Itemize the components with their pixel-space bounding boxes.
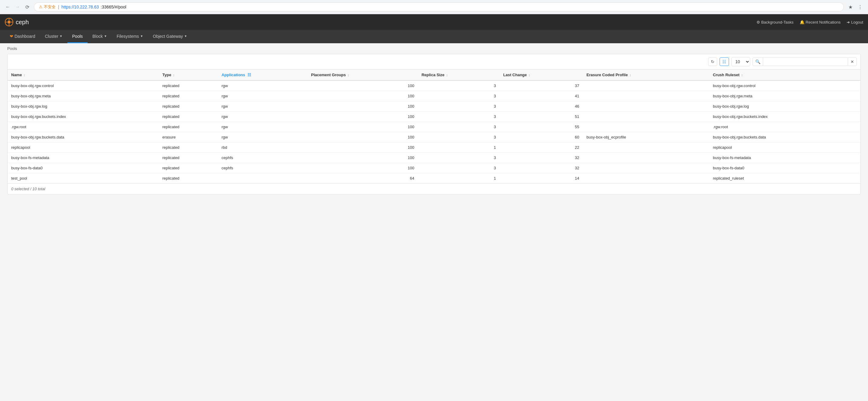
table-row[interactable]: busy-box-obj.rgw.logreplicatedrgw100346b… [7,101,861,112]
table-cell: rgw [218,112,307,122]
applications-filter-icon[interactable]: ☷ [248,73,251,77]
table-cell [218,173,307,183]
table-cell [583,122,709,132]
table-cell: 100 [307,132,418,142]
table-cell: rgw [218,132,307,142]
table-cell: busy-box-obj.rgw.meta [7,91,159,101]
nav-label-cluster: Cluster [45,34,58,39]
table-row[interactable]: test_poolreplicated64114replicated_rules… [7,173,861,183]
app-header: ceph ⚙ Background-Tasks 🔔 Recent Notific… [0,14,868,30]
nav-label-dashboard: Dashboard [14,34,35,39]
back-button[interactable]: ← [4,3,12,11]
rows-per-page-select[interactable]: 10 25 50 100 [732,57,750,66]
nav-item-pools[interactable]: Pools [67,30,88,43]
name-sort-icon: ↕ [24,73,25,77]
table-cell: busy-box-fs-metadata [7,153,159,163]
grid-view-button[interactable]: ☷ [720,57,729,66]
col-header-type[interactable]: Type ↕ [159,69,218,81]
nav-bar: ❤ Dashboard Cluster ▼ Pools Block ▼ File… [0,30,868,43]
table-cell: 3 [418,81,500,91]
background-tasks-link[interactable]: ⚙ Background-Tasks [756,20,794,25]
table-cell: replicated [159,173,218,183]
col-erasure-label: Erasure Coded Profile [587,73,628,77]
table-cell: rgw [218,91,307,101]
recent-notifications-label: Recent Notifications [806,20,841,25]
col-header-replica-size[interactable]: Replica Size ↕ [418,69,500,81]
table-cell: 3 [418,112,500,122]
col-applications-label: Applications [221,73,245,77]
col-header-last-change[interactable]: Last Change ↕ [500,69,583,81]
forward-button[interactable]: → [13,3,22,11]
table-row[interactable]: busy-box-fs-metadatareplicatedcephfs1003… [7,153,861,163]
table-cell: busy-box-obj.rgw.log [7,101,159,112]
col-pg-label: Placement Groups [311,73,346,77]
table-row[interactable]: replicapoolreplicatedrbd100122replicapoo… [7,142,861,153]
nav-item-object-gateway[interactable]: Object Gateway ▼ [148,30,192,43]
table-cell: 100 [307,101,418,112]
nav-item-filesystems[interactable]: Filesystems ▼ [112,30,148,43]
table-cell: busy-box-obj.rgw.log [709,101,861,112]
table-row[interactable]: busy-box-fs-data0replicatedcephfs100332b… [7,163,861,173]
table-cell: busy-box-obj.rgw.buckets.data [7,132,159,142]
table-cell: 60 [500,132,583,142]
refresh-button[interactable]: ↻ [708,57,717,66]
col-header-crush-ruleset[interactable]: Crush Ruleset ↕ [709,69,861,81]
address-bar[interactable]: ⚠ 不安全 | https://10.222.78.63 :33665/#/po… [34,2,844,11]
table-header-row: Name ↕ Type ↕ Applications ☷ Placement G… [7,69,861,81]
bell-icon: 🔔 [800,20,805,25]
logout-link[interactable]: ➜ Logout [846,20,863,25]
table-cell: 37 [500,81,583,91]
crush-sort-icon: ↕ [741,73,743,77]
table-cell: replicated [159,81,218,91]
main-content: ↻ ☷ 10 25 50 100 🔍 ✕ Name ↕ [0,54,868,202]
clear-search-button[interactable]: ✕ [848,58,857,66]
table-cell: 100 [307,122,418,132]
nav-label-block: Block [92,34,103,39]
bookmark-button[interactable]: ★ [846,3,855,11]
recent-notifications-link[interactable]: 🔔 Recent Notifications [800,20,841,25]
table-cell: 3 [418,153,500,163]
table-row[interactable]: .rgw.rootreplicatedrgw100355.rgw.root [7,122,861,132]
table-cell: busy-box-fs-data0 [7,163,159,173]
nav-item-cluster[interactable]: Cluster ▼ [40,30,67,43]
table-footer-row: 0 selected / 10 total [7,183,861,195]
reload-button[interactable]: ⟳ [23,3,31,11]
table-cell: 100 [307,81,418,91]
search-input[interactable] [763,58,848,66]
table-cell: 1 [418,142,500,153]
block-dropdown-arrow: ▼ [104,34,107,38]
table-cell: replicapool [709,142,861,153]
table-row[interactable]: busy-box-obj.rgw.metareplicatedrgw100341… [7,91,861,101]
table-cell: rgw [218,81,307,91]
dashboard-icon: ❤ [10,34,13,39]
table-cell: rbd [218,142,307,153]
table-row[interactable]: busy-box-obj.rgw.buckets.dataerasurergw1… [7,132,861,142]
url-rest: :33665/#/pool [101,4,126,9]
col-name-label: Name [11,73,22,77]
table-row[interactable]: busy-box-obj.rgw.buckets.indexreplicated… [7,112,861,122]
table-cell: busy-box-obj.rgw.buckets.index [709,112,861,122]
object-gateway-dropdown-arrow: ▼ [184,34,187,38]
col-header-erasure-coded-profile[interactable]: Erasure Coded Profile ↕ [583,69,709,81]
table-cell: 64 [307,173,418,183]
table-toolbar: ↻ ☷ 10 25 50 100 🔍 ✕ [7,54,861,69]
app-logo-text: ceph [16,19,29,26]
table-row[interactable]: busy-box-obj.rgw.controlreplicatedrgw100… [7,81,861,91]
table-cell: busy-box-obj.rgw.buckets.data [709,132,861,142]
table-cell: 100 [307,153,418,163]
nav-label-pools: Pools [72,34,83,39]
col-crush-label: Crush Ruleset [713,73,740,77]
table-cell: rgw [218,122,307,132]
table-cell: .rgw.root [7,122,159,132]
breadcrumb-text: Pools [7,46,17,51]
app-logo: ceph [5,18,29,26]
search-icon-button[interactable]: 🔍 [753,58,763,66]
table-cell: replicated [159,122,218,132]
nav-item-block[interactable]: Block ▼ [88,30,112,43]
col-header-name[interactable]: Name ↕ [7,69,159,81]
nav-item-dashboard[interactable]: ❤ Dashboard [5,30,40,43]
col-header-applications[interactable]: Applications ☷ [218,69,307,81]
menu-button[interactable]: ⋮ [856,3,864,11]
table-container: ↻ ☷ 10 25 50 100 🔍 ✕ Name ↕ [7,54,861,195]
col-header-placement-groups[interactable]: Placement Groups ↕ [307,69,418,81]
